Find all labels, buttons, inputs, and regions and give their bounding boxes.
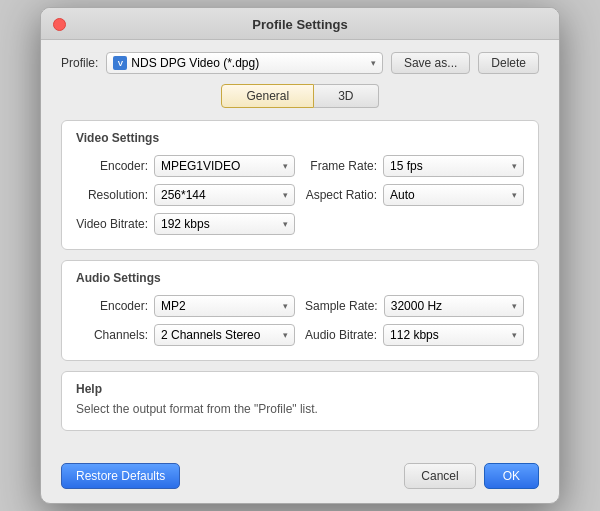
title-bar: Profile Settings xyxy=(41,8,559,40)
dialog-content: Profile: V NDS DPG Video (*.dpg) ▾ Save … xyxy=(41,40,559,455)
restore-defaults-button[interactable]: Restore Defaults xyxy=(61,463,180,489)
chevron-down-icon: ▾ xyxy=(283,190,288,200)
channels-label: Channels: xyxy=(76,328,148,342)
sample-rate-label: Sample Rate: xyxy=(305,299,378,313)
aspect-ratio-field: Aspect Ratio: Auto ▾ xyxy=(305,184,524,206)
chevron-down-icon: ▾ xyxy=(283,301,288,311)
audio-settings-section: Audio Settings Encoder: MP2 ▾ Sample Rat… xyxy=(61,260,539,361)
audio-encoder-value: MP2 xyxy=(161,299,186,313)
video-settings-title: Video Settings xyxy=(76,131,524,145)
audio-encoder-label: Encoder: xyxy=(76,299,148,313)
frame-rate-value: 15 fps xyxy=(390,159,423,173)
footer: Restore Defaults Cancel OK xyxy=(41,455,559,503)
channels-field: Channels: 2 Channels Stereo ▾ xyxy=(76,324,295,346)
help-title: Help xyxy=(76,382,524,396)
aspect-ratio-value: Auto xyxy=(390,188,415,202)
frame-rate-field: Frame Rate: 15 fps ▾ xyxy=(305,155,524,177)
tab-3d[interactable]: 3D xyxy=(314,84,378,108)
help-text: Select the output format from the "Profi… xyxy=(76,402,524,416)
chevron-down-icon: ▾ xyxy=(512,190,517,200)
profile-row: Profile: V NDS DPG Video (*.dpg) ▾ Save … xyxy=(61,52,539,74)
video-bitrate-field: Video Bitrate: 192 kbps ▾ xyxy=(76,213,295,235)
audio-bitrate-select[interactable]: 112 kbps ▾ xyxy=(383,324,524,346)
audio-bitrate-field: Audio Bitrate: 112 kbps ▾ xyxy=(305,324,524,346)
footer-right-buttons: Cancel OK xyxy=(404,463,539,489)
encoder-label: Encoder: xyxy=(76,159,148,173)
resolution-label: Resolution: xyxy=(76,188,148,202)
resolution-value: 256*144 xyxy=(161,188,206,202)
sample-rate-value: 32000 Hz xyxy=(391,299,442,313)
chevron-down-icon: ▾ xyxy=(512,330,517,340)
audio-fields-grid: Encoder: MP2 ▾ Sample Rate: 32000 Hz ▾ xyxy=(76,295,524,346)
video-bitrate-value: 192 kbps xyxy=(161,217,210,231)
aspect-ratio-select[interactable]: Auto ▾ xyxy=(383,184,524,206)
resolution-select[interactable]: 256*144 ▾ xyxy=(154,184,295,206)
encoder-value: MPEG1VIDEO xyxy=(161,159,240,173)
save-as-button[interactable]: Save as... xyxy=(391,52,470,74)
close-button[interactable] xyxy=(53,18,66,31)
delete-button[interactable]: Delete xyxy=(478,52,539,74)
video-fields-grid: Encoder: MPEG1VIDEO ▾ Frame Rate: 15 fps… xyxy=(76,155,524,235)
audio-settings-title: Audio Settings xyxy=(76,271,524,285)
resolution-field: Resolution: 256*144 ▾ xyxy=(76,184,295,206)
aspect-ratio-label: Aspect Ratio: xyxy=(305,188,377,202)
encoder-field: Encoder: MPEG1VIDEO ▾ xyxy=(76,155,295,177)
chevron-down-icon: ▾ xyxy=(283,219,288,229)
frame-rate-label: Frame Rate: xyxy=(305,159,377,173)
encoder-select[interactable]: MPEG1VIDEO ▾ xyxy=(154,155,295,177)
profile-icon: V xyxy=(113,56,127,70)
profile-select[interactable]: V NDS DPG Video (*.dpg) ▾ xyxy=(106,52,383,74)
sample-rate-field: Sample Rate: 32000 Hz ▾ xyxy=(305,295,524,317)
video-bitrate-select[interactable]: 192 kbps ▾ xyxy=(154,213,295,235)
chevron-down-icon: ▾ xyxy=(283,161,288,171)
audio-bitrate-value: 112 kbps xyxy=(390,328,439,342)
chevron-down-icon: ▾ xyxy=(512,301,517,311)
cancel-button[interactable]: Cancel xyxy=(404,463,475,489)
audio-encoder-field: Encoder: MP2 ▾ xyxy=(76,295,295,317)
profile-label: Profile: xyxy=(61,56,98,70)
video-bitrate-label: Video Bitrate: xyxy=(76,217,148,231)
chevron-down-icon: ▾ xyxy=(371,58,376,68)
sample-rate-select[interactable]: 32000 Hz ▾ xyxy=(384,295,524,317)
ok-button[interactable]: OK xyxy=(484,463,539,489)
tabs-row: General 3D xyxy=(61,84,539,108)
tab-general[interactable]: General xyxy=(221,84,314,108)
audio-bitrate-label: Audio Bitrate: xyxy=(305,328,377,342)
dialog-title: Profile Settings xyxy=(41,17,559,32)
audio-encoder-select[interactable]: MP2 ▾ xyxy=(154,295,295,317)
profile-value: NDS DPG Video (*.dpg) xyxy=(131,56,259,70)
frame-rate-select[interactable]: 15 fps ▾ xyxy=(383,155,524,177)
chevron-down-icon: ▾ xyxy=(283,330,288,340)
channels-select[interactable]: 2 Channels Stereo ▾ xyxy=(154,324,295,346)
help-section: Help Select the output format from the "… xyxy=(61,371,539,431)
channels-value: 2 Channels Stereo xyxy=(161,328,260,342)
profile-settings-dialog: Profile Settings Profile: V NDS DPG Vide… xyxy=(40,7,560,504)
chevron-down-icon: ▾ xyxy=(512,161,517,171)
video-settings-section: Video Settings Encoder: MPEG1VIDEO ▾ Fra… xyxy=(61,120,539,250)
